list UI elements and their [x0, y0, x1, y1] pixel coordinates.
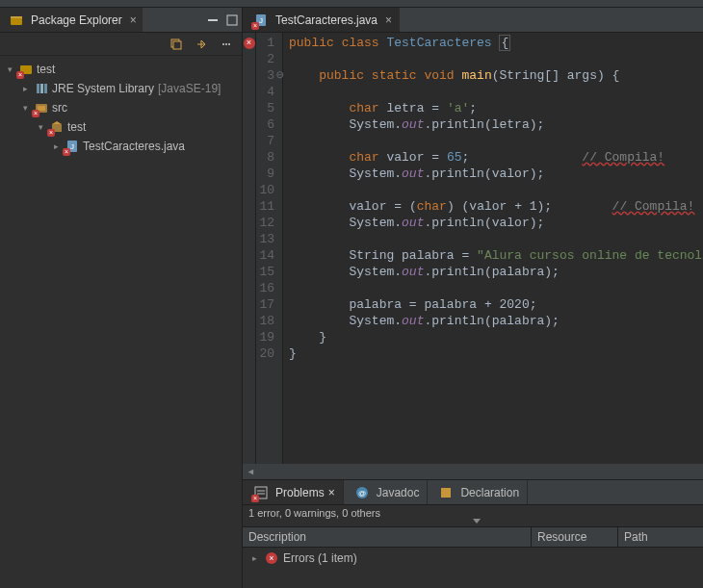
problems-icon [253, 485, 269, 500]
chevron-down-icon[interactable]: ▾ [4, 64, 15, 74]
editor-panel: J TestCaracteres.java × × 123⊖4567891011… [243, 8, 703, 588]
top-toolbar [0, 0, 703, 8]
close-icon[interactable]: × [385, 13, 392, 27]
chevron-right-icon[interactable]: ▸ [19, 84, 31, 93]
tree-package[interactable]: ▾ test [0, 117, 242, 137]
tab-javadoc[interactable]: @ Javadoc [344, 480, 429, 504]
svg-point-8 [228, 43, 230, 45]
chevron-right-icon[interactable]: ▸ [50, 141, 62, 151]
view-menu-icon[interactable] [218, 36, 235, 53]
bottom-tabbar: Problems × @ Javadoc Declaration [243, 480, 703, 505]
javadoc-icon: @ [354, 485, 370, 500]
svg-rect-9 [20, 65, 32, 74]
col-path[interactable]: Path [618, 527, 703, 547]
tree-project-label: test [37, 63, 55, 76]
svg-rect-15 [52, 124, 62, 132]
maximize-icon[interactable] [223, 12, 241, 29]
horizontal-scrollbar[interactable]: ◄ [243, 464, 703, 479]
main-area: Package Explorer × ▾ [0, 8, 703, 588]
error-marker-icon[interactable]: × [244, 38, 255, 49]
tree-jre[interactable]: ▸ JRE System Library [JavaSE-19] [0, 79, 242, 98]
tree-jre-label: JRE System Library [52, 82, 154, 95]
package-explorer-icon [9, 13, 24, 28]
declaration-icon [438, 485, 454, 500]
svg-rect-12 [44, 84, 47, 93]
chevron-down-icon[interactable]: ▾ [35, 122, 46, 132]
problems-panel: Problems × @ Javadoc Declaration 1 [243, 479, 703, 588]
error-icon: × [266, 552, 277, 564]
tree-package-label: test [67, 120, 86, 134]
java-file-icon: J [253, 13, 269, 28]
package-explorer-tab[interactable]: Package Explorer × [0, 8, 143, 32]
svg-text:@: @ [358, 489, 366, 498]
close-icon[interactable]: × [328, 486, 335, 499]
chevron-down-icon[interactable]: ▾ [19, 103, 31, 113]
code-area[interactable]: public class TestCaracteres { public sta… [283, 33, 703, 464]
editor-tabbar: J TestCaracteres.java × [243, 8, 703, 33]
svg-rect-11 [40, 84, 43, 93]
link-editor-icon[interactable] [193, 36, 210, 53]
source-folder-icon [34, 100, 49, 115]
tab-declaration-label: Declaration [460, 486, 519, 499]
svg-point-6 [222, 43, 224, 45]
svg-rect-3 [227, 15, 237, 25]
svg-rect-5 [173, 41, 181, 49]
package-explorer-label: Package Explorer [31, 13, 122, 27]
close-icon[interactable]: × [130, 13, 137, 27]
package-icon [49, 119, 65, 135]
svg-point-7 [225, 43, 227, 45]
package-explorer-panel: Package Explorer × ▾ [0, 8, 243, 588]
problems-row-errors[interactable]: ▸ × Errors (1 item) [243, 548, 703, 569]
svg-rect-2 [208, 19, 218, 21]
col-description[interactable]: Description [243, 527, 532, 547]
tab-declaration[interactable]: Declaration [428, 480, 528, 504]
tree-file[interactable]: ▸ J TestCaracteres.java [0, 137, 242, 156]
tab-javadoc-label: Javadoc [377, 486, 420, 499]
minimize-icon[interactable] [204, 12, 221, 29]
tab-problems-label: Problems [275, 486, 325, 499]
editor-tab-label: TestCaracteres.java [275, 13, 378, 27]
svg-rect-20 [255, 487, 267, 499]
problems-table-header: Description Resource Path [243, 526, 703, 548]
errors-group-label: Errors (1 item) [283, 551, 357, 565]
editor-tab[interactable]: J TestCaracteres.java × [243, 8, 400, 32]
svg-rect-14 [38, 106, 45, 111]
tree-src-label: src [52, 101, 67, 115]
library-icon [34, 81, 49, 96]
marker-column: × [243, 33, 256, 464]
svg-rect-10 [37, 84, 39, 93]
tree-file-label: TestCaracteres.java [83, 140, 185, 153]
java-file-icon: J [65, 139, 80, 154]
tree-project[interactable]: ▾ test [0, 60, 242, 79]
col-resource[interactable]: Resource [532, 527, 618, 547]
svg-text:J: J [70, 142, 74, 151]
chevron-right-icon[interactable]: ▸ [248, 553, 260, 563]
package-tree[interactable]: ▾ test ▸ JRE System Library [JavaSE-19] … [0, 56, 242, 588]
tree-jre-suffix: [JavaSE-19] [158, 82, 221, 95]
tree-src[interactable]: ▾ src [0, 98, 242, 117]
tab-problems[interactable]: Problems × [243, 480, 344, 504]
svg-rect-23 [441, 488, 451, 498]
collapse-all-icon[interactable] [168, 36, 185, 53]
explorer-toolbar [0, 33, 242, 56]
explorer-tabbar: Package Explorer × [0, 8, 242, 33]
project-icon [18, 62, 34, 77]
problems-status: 1 error, 0 warnings, 0 others [243, 505, 703, 526]
editor-body[interactable]: × 123⊖4567891011121314151617181920 publi… [243, 33, 703, 464]
svg-rect-1 [11, 16, 22, 18]
line-gutter: 123⊖4567891011121314151617181920 [256, 33, 283, 464]
svg-text:J: J [259, 16, 263, 25]
